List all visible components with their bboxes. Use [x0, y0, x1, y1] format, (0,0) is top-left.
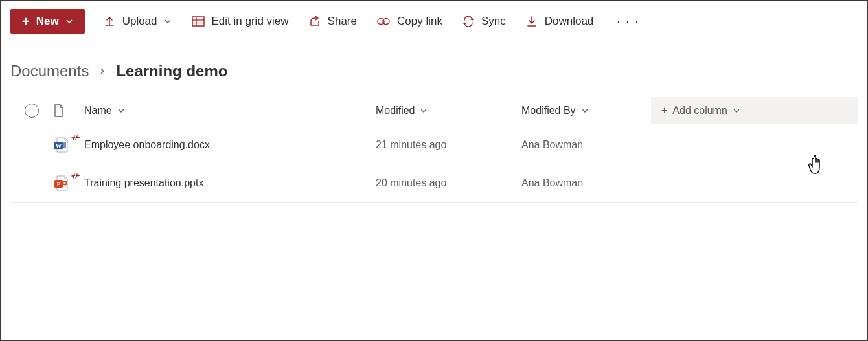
link-icon: [376, 15, 391, 28]
select-all-toggle[interactable]: [25, 104, 39, 118]
download-button[interactable]: Download: [524, 12, 595, 30]
add-column-button[interactable]: + Add column: [651, 97, 858, 124]
chevron-right-icon: [98, 67, 107, 76]
word-file-icon: W: [53, 137, 69, 153]
svg-text:P: P: [57, 181, 61, 188]
modified-by-column-header[interactable]: Modified By: [521, 105, 651, 116]
file-icon-cell: P: [53, 175, 84, 192]
command-bar: + New Upload Edit in grid view Share Cop…: [1, 1, 867, 41]
chevron-down-icon: [164, 17, 172, 25]
sync-icon: [462, 15, 475, 28]
upload-label: Upload: [122, 15, 157, 28]
add-column-label: Add column: [672, 105, 727, 116]
table-row[interactable]: W Employee onboarding.docx 21 minutes ag…: [10, 126, 858, 164]
more-actions-button[interactable]: · · ·: [611, 12, 645, 31]
edit-grid-button[interactable]: Edit in grid view: [190, 12, 290, 30]
file-modified-by: Ana Bowman: [521, 177, 651, 189]
edit-grid-label: Edit in grid view: [212, 15, 289, 28]
copy-link-label: Copy link: [397, 15, 442, 28]
file-modified-by: Ana Bowman: [521, 139, 651, 151]
upload-icon: [103, 15, 116, 28]
new-indicator-icon: [71, 133, 80, 142]
chevron-down-icon: [733, 107, 740, 115]
powerpoint-file-icon: P: [53, 175, 69, 192]
table-row[interactable]: P Training presentation.pptx 20 minutes …: [10, 164, 858, 203]
name-column-header[interactable]: Name: [84, 105, 376, 116]
copy-link-button[interactable]: Copy link: [375, 12, 444, 30]
file-modified: 21 minutes ago: [376, 139, 521, 151]
download-icon: [525, 15, 538, 28]
list-header: Name Modified Modified By + Add column: [10, 96, 858, 126]
upload-button[interactable]: Upload: [102, 12, 173, 30]
modified-column-header[interactable]: Modified: [376, 105, 521, 116]
modified-by-column-label: Modified By: [521, 105, 576, 116]
file-icon-cell: W: [53, 137, 84, 153]
chevron-down-icon: [420, 107, 428, 115]
ellipsis-icon: · · ·: [617, 15, 639, 28]
select-all-column: [10, 104, 53, 118]
chevron-down-icon: [117, 107, 125, 115]
file-icon: [53, 104, 65, 118]
download-label: Download: [545, 15, 594, 28]
plus-icon: +: [22, 15, 30, 28]
share-icon: [308, 15, 321, 28]
file-modified: 20 minutes ago: [376, 177, 521, 189]
file-type-column-header[interactable]: [53, 104, 84, 118]
name-column-label: Name: [84, 105, 112, 116]
new-button-label: New: [36, 15, 59, 28]
sync-button[interactable]: Sync: [461, 12, 507, 30]
modified-column-label: Modified: [376, 105, 415, 116]
sync-label: Sync: [481, 15, 506, 28]
new-button[interactable]: + New: [10, 9, 85, 34]
grid-icon: [191, 15, 205, 28]
share-label: Share: [328, 15, 357, 28]
file-name[interactable]: Training presentation.pptx: [84, 177, 376, 189]
plus-icon: +: [661, 105, 667, 116]
breadcrumb-current: Learning demo: [116, 62, 227, 80]
breadcrumb-root[interactable]: Documents: [10, 62, 89, 80]
svg-rect-0: [192, 17, 204, 26]
svg-text:W: W: [56, 143, 62, 149]
breadcrumb: Documents Learning demo: [1, 41, 867, 96]
chevron-down-icon: [581, 107, 589, 115]
file-name[interactable]: Employee onboarding.docx: [84, 139, 376, 151]
new-indicator-icon: [71, 171, 80, 180]
share-button[interactable]: Share: [307, 12, 358, 30]
chevron-down-icon: [65, 17, 73, 25]
